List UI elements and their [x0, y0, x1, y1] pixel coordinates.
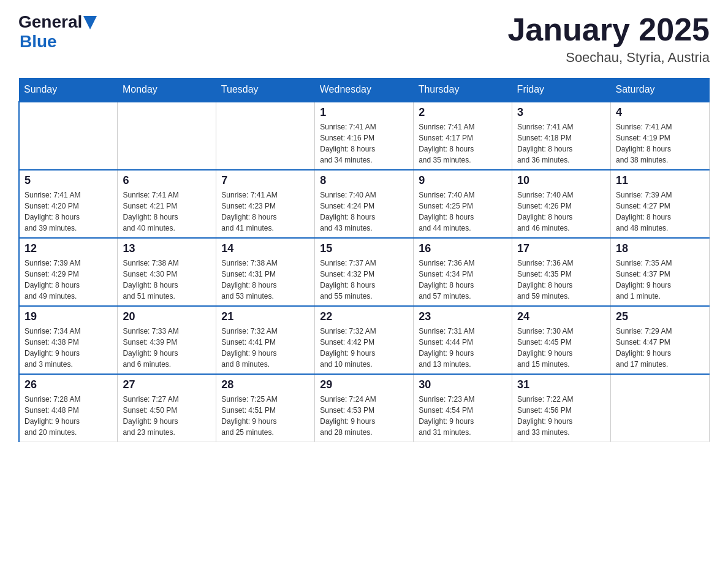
- calendar-cell: 6Sunrise: 7:41 AMSunset: 4:21 PMDaylight…: [118, 170, 216, 238]
- day-info: Sunrise: 7:23 AMSunset: 4:54 PMDaylight:…: [419, 394, 507, 438]
- day-number: 11: [616, 174, 704, 187]
- day-info: Sunrise: 7:41 AMSunset: 4:21 PMDaylight:…: [123, 190, 211, 234]
- calendar-cell: 13Sunrise: 7:38 AMSunset: 4:30 PMDayligh…: [118, 238, 216, 306]
- day-info: Sunrise: 7:40 AMSunset: 4:26 PMDaylight:…: [517, 190, 605, 234]
- day-number: 29: [320, 378, 408, 391]
- day-number: 5: [25, 174, 112, 187]
- day-number: 1: [320, 106, 408, 119]
- day-number: 20: [123, 310, 211, 323]
- calendar-cell: [118, 102, 216, 170]
- calendar-title: January 2025: [507, 12, 710, 47]
- day-number: 18: [616, 242, 704, 255]
- calendar-cell: 11Sunrise: 7:39 AMSunset: 4:27 PMDayligh…: [611, 170, 710, 238]
- calendar-cell: 25Sunrise: 7:29 AMSunset: 4:47 PMDayligh…: [611, 306, 710, 374]
- calendar-cell: 23Sunrise: 7:31 AMSunset: 4:44 PMDayligh…: [414, 306, 512, 374]
- logo-icon: [83, 16, 97, 29]
- day-info: Sunrise: 7:39 AMSunset: 4:27 PMDaylight:…: [616, 190, 704, 234]
- day-number: 12: [25, 242, 112, 255]
- calendar-cell: 12Sunrise: 7:39 AMSunset: 4:29 PMDayligh…: [19, 238, 118, 306]
- day-info: Sunrise: 7:25 AMSunset: 4:51 PMDaylight:…: [221, 394, 309, 438]
- day-number: 23: [419, 310, 507, 323]
- svg-marker-0: [83, 16, 97, 29]
- day-info: Sunrise: 7:41 AMSunset: 4:18 PMDaylight:…: [517, 121, 605, 166]
- calendar-cell: 19Sunrise: 7:34 AMSunset: 4:38 PMDayligh…: [19, 306, 118, 374]
- day-info: Sunrise: 7:35 AMSunset: 4:37 PMDaylight:…: [616, 258, 704, 302]
- calendar-cell: 30Sunrise: 7:23 AMSunset: 4:54 PMDayligh…: [414, 374, 512, 442]
- calendar-cell: 31Sunrise: 7:22 AMSunset: 4:56 PMDayligh…: [512, 374, 611, 442]
- day-number: 28: [221, 378, 309, 391]
- day-number: 15: [320, 242, 408, 255]
- day-number: 2: [419, 106, 507, 119]
- day-number: 16: [419, 242, 507, 255]
- week-row-1: 5Sunrise: 7:41 AMSunset: 4:20 PMDaylight…: [19, 170, 710, 238]
- day-info: Sunrise: 7:29 AMSunset: 4:47 PMDaylight:…: [616, 326, 704, 370]
- calendar-cell: 10Sunrise: 7:40 AMSunset: 4:26 PMDayligh…: [512, 170, 611, 238]
- week-row-4: 26Sunrise: 7:28 AMSunset: 4:48 PMDayligh…: [19, 374, 710, 442]
- day-number: 7: [221, 174, 309, 187]
- day-header-saturday: Saturday: [611, 78, 710, 102]
- calendar-cell: 8Sunrise: 7:40 AMSunset: 4:24 PMDaylight…: [315, 170, 414, 238]
- calendar-cell: 24Sunrise: 7:30 AMSunset: 4:45 PMDayligh…: [512, 306, 611, 374]
- calendar-cell: [611, 374, 710, 442]
- day-info: Sunrise: 7:41 AMSunset: 4:20 PMDaylight:…: [25, 190, 112, 234]
- day-info: Sunrise: 7:38 AMSunset: 4:31 PMDaylight:…: [221, 258, 309, 302]
- calendar-cell: 26Sunrise: 7:28 AMSunset: 4:48 PMDayligh…: [19, 374, 118, 442]
- week-row-2: 12Sunrise: 7:39 AMSunset: 4:29 PMDayligh…: [19, 238, 710, 306]
- day-info: Sunrise: 7:39 AMSunset: 4:29 PMDaylight:…: [25, 258, 112, 302]
- day-header-monday: Monday: [118, 78, 216, 102]
- day-info: Sunrise: 7:24 AMSunset: 4:53 PMDaylight:…: [320, 394, 408, 438]
- day-info: Sunrise: 7:40 AMSunset: 4:25 PMDaylight:…: [419, 190, 507, 234]
- calendar-cell: 9Sunrise: 7:40 AMSunset: 4:25 PMDaylight…: [414, 170, 512, 238]
- day-info: Sunrise: 7:38 AMSunset: 4:30 PMDaylight:…: [123, 258, 211, 302]
- day-number: 3: [517, 106, 605, 119]
- day-info: Sunrise: 7:41 AMSunset: 4:17 PMDaylight:…: [419, 121, 507, 166]
- calendar-cell: 2Sunrise: 7:41 AMSunset: 4:17 PMDaylight…: [414, 102, 512, 170]
- day-header-wednesday: Wednesday: [315, 78, 414, 102]
- day-info: Sunrise: 7:32 AMSunset: 4:42 PMDaylight:…: [320, 326, 408, 370]
- calendar-cell: 18Sunrise: 7:35 AMSunset: 4:37 PMDayligh…: [611, 238, 710, 306]
- title-section: January 2025 Soechau, Styria, Austria: [507, 12, 710, 66]
- calendar-cell: [216, 102, 315, 170]
- day-info: Sunrise: 7:37 AMSunset: 4:32 PMDaylight:…: [320, 258, 408, 302]
- calendar-cell: [19, 102, 118, 170]
- day-info: Sunrise: 7:33 AMSunset: 4:39 PMDaylight:…: [123, 326, 211, 370]
- day-number: 24: [517, 310, 605, 323]
- days-header-row: SundayMondayTuesdayWednesdayThursdayFrid…: [19, 78, 710, 102]
- day-header-tuesday: Tuesday: [216, 78, 315, 102]
- day-number: 19: [25, 310, 112, 323]
- calendar-cell: 7Sunrise: 7:41 AMSunset: 4:23 PMDaylight…: [216, 170, 315, 238]
- day-number: 30: [419, 378, 507, 391]
- day-number: 9: [419, 174, 507, 187]
- day-header-friday: Friday: [512, 78, 611, 102]
- day-number: 10: [517, 174, 605, 187]
- calendar-cell: 28Sunrise: 7:25 AMSunset: 4:51 PMDayligh…: [216, 374, 315, 442]
- logo-blue: Blue: [20, 32, 57, 52]
- day-info: Sunrise: 7:31 AMSunset: 4:44 PMDaylight:…: [419, 326, 507, 370]
- calendar-table: SundayMondayTuesdayWednesdayThursdayFrid…: [18, 78, 710, 442]
- day-number: 8: [320, 174, 408, 187]
- calendar-cell: 29Sunrise: 7:24 AMSunset: 4:53 PMDayligh…: [315, 374, 414, 442]
- day-number: 27: [123, 378, 211, 391]
- day-info: Sunrise: 7:22 AMSunset: 4:56 PMDaylight:…: [517, 394, 605, 438]
- day-info: Sunrise: 7:30 AMSunset: 4:45 PMDaylight:…: [517, 326, 605, 370]
- day-info: Sunrise: 7:36 AMSunset: 4:35 PMDaylight:…: [517, 258, 605, 302]
- calendar-cell: 22Sunrise: 7:32 AMSunset: 4:42 PMDayligh…: [315, 306, 414, 374]
- day-number: 14: [221, 242, 309, 255]
- calendar-cell: 3Sunrise: 7:41 AMSunset: 4:18 PMDaylight…: [512, 102, 611, 170]
- calendar-cell: 15Sunrise: 7:37 AMSunset: 4:32 PMDayligh…: [315, 238, 414, 306]
- day-number: 17: [517, 242, 605, 255]
- calendar-cell: 14Sunrise: 7:38 AMSunset: 4:31 PMDayligh…: [216, 238, 315, 306]
- day-number: 21: [221, 310, 309, 323]
- day-info: Sunrise: 7:41 AMSunset: 4:19 PMDaylight:…: [616, 121, 704, 166]
- day-number: 4: [616, 106, 704, 119]
- day-number: 25: [616, 310, 704, 323]
- calendar-cell: 21Sunrise: 7:32 AMSunset: 4:41 PMDayligh…: [216, 306, 315, 374]
- calendar-cell: 16Sunrise: 7:36 AMSunset: 4:34 PMDayligh…: [414, 238, 512, 306]
- day-info: Sunrise: 7:41 AMSunset: 4:23 PMDaylight:…: [221, 190, 309, 234]
- calendar-cell: 4Sunrise: 7:41 AMSunset: 4:19 PMDaylight…: [611, 102, 710, 170]
- day-info: Sunrise: 7:34 AMSunset: 4:38 PMDaylight:…: [25, 326, 112, 370]
- day-number: 13: [123, 242, 211, 255]
- calendar-subtitle: Soechau, Styria, Austria: [507, 50, 710, 66]
- calendar-cell: 1Sunrise: 7:41 AMSunset: 4:16 PMDaylight…: [315, 102, 414, 170]
- logo: General Blue: [18, 12, 97, 52]
